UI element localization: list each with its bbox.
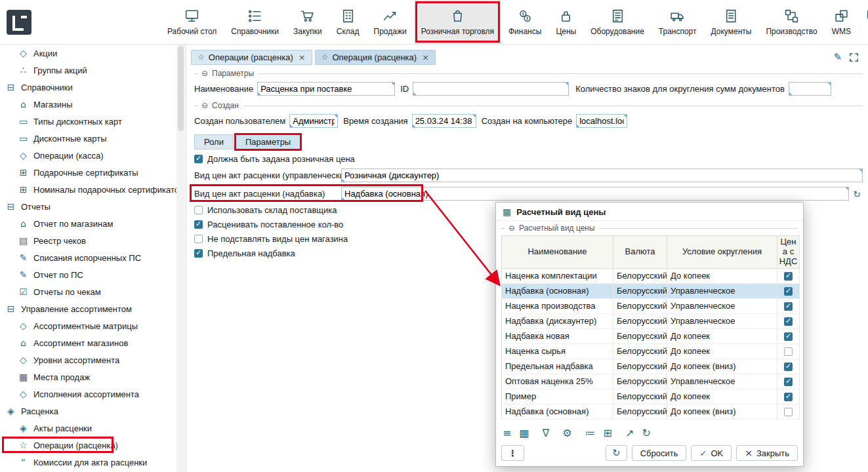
table-row[interactable]: Надбавка (основная) Белорусский До копее…: [502, 404, 800, 419]
dialog-titlebar[interactable]: ▦ Расчетный вид цены: [496, 203, 803, 221]
tab-close-icon[interactable]: ×: [422, 52, 429, 62]
topnav-item[interactable]: Склад: [329, 0, 367, 44]
sidebar-item[interactable]: ▭ Типы дисконтных карт: [0, 113, 186, 130]
topnav-item[interactable]: Рабочий стол: [160, 0, 224, 44]
col-header-rounding[interactable]: Условие округления: [667, 236, 777, 269]
sidebar-item[interactable]: ▤ Реестр чеков: [0, 232, 186, 249]
created-computer-input[interactable]: [576, 114, 627, 128]
sidebar-item[interactable]: ⊟ Отчеты: [0, 198, 186, 215]
created-user-input[interactable]: [289, 114, 338, 128]
view-grid-icon[interactable]: ▦: [519, 427, 529, 439]
checkbox[interactable]: [194, 249, 203, 258]
sidebar-item[interactable]: ✎ Отчет по ПС: [0, 266, 186, 283]
edit-pencil-icon[interactable]: ✎: [833, 51, 842, 63]
topnav-item[interactable]: Производство: [758, 0, 824, 44]
workspace-tab[interactable]: ☆ Операции (расценка) ×: [191, 50, 312, 65]
checkbox[interactable]: [194, 206, 203, 214]
table-row[interactable]: Наценка комплектации Белорусский До копе…: [502, 268, 800, 283]
menu-dots-button[interactable]: ⋮: [501, 445, 524, 461]
refresh-icon[interactable]: ↻: [853, 189, 861, 199]
sidebar-item[interactable]: ◇ Исполнения ассортимента: [0, 385, 186, 403]
close-button[interactable]: ×Закрыть: [736, 445, 798, 461]
workspace-tab[interactable]: ☆ Операция (расценка) ×: [315, 50, 436, 65]
vat-checkbox[interactable]: [784, 332, 793, 341]
sidebar-item[interactable]: ◈ Акты расценки: [0, 420, 186, 437]
retail-price-checkbox-row[interactable]: Должна быть задана розничная цена: [194, 154, 863, 164]
settings-icon[interactable]: ⚙: [562, 427, 571, 439]
sidebar-scrollbar[interactable]: [176, 45, 185, 472]
sidebar-item[interactable]: ◇ Уровни ассортимента: [0, 351, 186, 368]
table-row[interactable]: Наценка производства Белорусский Управле…: [502, 298, 800, 313]
table-row[interactable]: Пример Белорусский До копеек: [502, 389, 800, 404]
retail-price-checkbox[interactable]: [194, 155, 203, 163]
sidebar-item[interactable]: ◈ Расценка: [0, 403, 186, 420]
topnav-item[interactable]: WMS: [825, 0, 858, 44]
price-type-managerial-input[interactable]: [341, 168, 863, 182]
table-row[interactable]: Наценка сырья Белорусский До копеек: [502, 344, 800, 359]
collapse-icon[interactable]: ⊖: [201, 101, 208, 110]
sidebar-item[interactable]: ▭ Дисконтные карты: [0, 130, 186, 147]
sidebar-item[interactable]: ⌂ Отчет по магазинам: [0, 215, 186, 232]
sidebar-item[interactable]: ⊟ Справочники: [0, 79, 186, 96]
view-list-icon[interactable]: ≡: [503, 427, 511, 439]
inner-tab[interactable]: Параметры: [236, 134, 300, 149]
sidebar-item[interactable]: ☆ Операции (расценка): [0, 437, 186, 454]
sidebar-item[interactable]: ◇ Ассортиментные матрицы: [0, 317, 186, 334]
table-row[interactable]: Надбавка (дискаунтер) Белорусский Управл…: [502, 313, 800, 328]
sidebar-item[interactable]: ⊟ Управление ассортиментом: [0, 300, 186, 317]
reload-icon[interactable]: ↻: [642, 427, 650, 439]
topnav-item[interactable]: Продажи: [367, 0, 414, 44]
topnav-item[interactable]: Справочники: [224, 0, 286, 44]
collapse-icon[interactable]: ⊖: [508, 224, 515, 233]
sidebar-item[interactable]: ⊞ Номиналы подарочных сертификатов: [0, 181, 186, 198]
checkbox[interactable]: [194, 220, 203, 229]
col-header-currency[interactable]: Валюта: [613, 236, 667, 269]
topnav-item[interactable]: Документы: [704, 0, 759, 44]
topnav-item[interactable]: Финансы: [501, 0, 548, 44]
col-header-vat[interactable]: Цена с НДС: [777, 236, 800, 269]
vat-checkbox[interactable]: [784, 393, 793, 401]
id-input[interactable]: [413, 82, 569, 96]
collapse-icon[interactable]: ⊖: [201, 69, 208, 78]
sidebar-item[interactable]: ☑ Отчеты по чекам: [0, 283, 186, 300]
open-window-icon[interactable]: ↗: [625, 427, 634, 439]
topnav-item[interactable]: Розничная торговля: [414, 0, 501, 44]
sidebar-scrollbar-thumb[interactable]: [178, 46, 184, 131]
reset-button[interactable]: Сбросить: [632, 445, 687, 461]
inner-tab[interactable]: Роли: [194, 134, 234, 149]
expand-icon[interactable]: [849, 52, 859, 62]
price-type-markup-input[interactable]: [341, 187, 849, 201]
table-row[interactable]: Предельная надбавка Белорусский До копее…: [502, 359, 800, 374]
topnav-item[interactable]: Транспорт: [651, 0, 704, 44]
table-row[interactable]: Оптовая наценка 25% Белорусский Управлен…: [502, 374, 800, 389]
name-input[interactable]: [257, 82, 395, 96]
sidebar-item[interactable]: ◇ Операции (касса): [0, 147, 186, 164]
ok-button[interactable]: ✓OK: [691, 445, 732, 461]
rounding-digits-input[interactable]: [789, 82, 831, 96]
sidebar-item[interactable]: ∴ Группы акций: [0, 62, 186, 79]
sidebar-item[interactable]: ◇ Акции: [0, 45, 186, 62]
vat-checkbox[interactable]: [784, 287, 793, 296]
sidebar-item[interactable]: ⌂ Магазины: [0, 96, 186, 113]
vat-checkbox[interactable]: [784, 347, 793, 356]
sidebar-item[interactable]: ⌂ Ассортимент магазинов: [0, 334, 186, 351]
created-time-input[interactable]: [412, 114, 476, 128]
table-row[interactable]: Надбавка (основная) Белорусский Управлен…: [502, 283, 800, 298]
table-row[interactable]: Надбавка новая Белорусский До копеек: [502, 328, 800, 344]
filter-icon[interactable]: ∇: [543, 427, 550, 439]
vat-checkbox[interactable]: [784, 408, 793, 416]
sidebar-item[interactable]: ✎ Списания испорченных ПС: [0, 249, 186, 266]
topnav-item[interactable]: Оборудование: [583, 0, 651, 44]
checkbox[interactable]: [194, 235, 203, 243]
topnav-item[interactable]: Закупки: [286, 0, 329, 44]
col-header-name[interactable]: Наименование: [502, 236, 613, 269]
vat-checkbox[interactable]: [784, 363, 793, 371]
vat-checkbox[interactable]: [784, 272, 793, 281]
vat-checkbox[interactable]: [784, 302, 793, 311]
vat-checkbox[interactable]: [784, 378, 793, 386]
numbered-list-icon[interactable]: ≔: [585, 427, 596, 439]
sidebar-item[interactable]: ⊞ Подарочные сертификаты: [0, 164, 186, 181]
topnav-item[interactable]: Цены: [548, 0, 583, 44]
tab-close-icon[interactable]: ×: [299, 52, 306, 62]
sidebar-item[interactable]: “ Комиссии для акта расценки: [0, 454, 186, 471]
